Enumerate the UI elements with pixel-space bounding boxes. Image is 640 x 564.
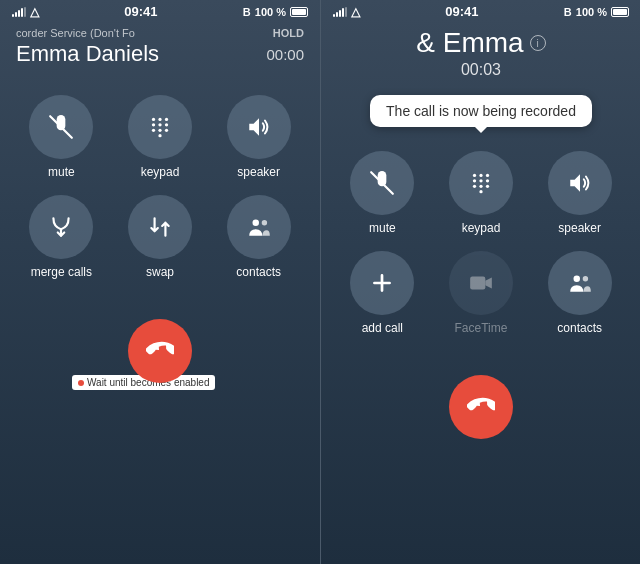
right-keypad-icon [468,170,494,196]
add-call-circle [350,251,414,315]
left-status-left: △ [12,5,39,19]
svg-point-19 [473,185,476,188]
add-call-button[interactable]: add call [341,251,424,335]
contacts-icon [246,214,272,240]
right-end-button[interactable] [449,375,513,439]
right-signal-icon [333,7,347,17]
right-end-call-area [321,375,640,439]
end-call-icon [146,337,174,365]
speaker-label: speaker [237,165,280,179]
facetime-button: FaceTime [440,251,523,335]
svg-point-22 [479,190,482,193]
active-call-name: Emma Daniels [16,41,159,67]
svg-point-16 [473,179,476,182]
left-end-call-area [0,319,320,383]
recording-text: The call is now being recorded [386,103,576,119]
signal-icon [12,7,26,17]
right-call-info: & Emma i 00:03 [321,23,640,83]
svg-point-7 [158,129,161,132]
svg-rect-24 [470,277,485,290]
left-end-button[interactable] [128,319,192,383]
keypad-button[interactable]: keypad [119,95,202,179]
contacts-button[interactable]: contacts [217,195,300,279]
speaker-circle [227,95,291,159]
right-speaker-label: speaker [558,221,601,235]
hold-badge: HOLD [273,27,304,39]
left-status-bar: △ 09:41 B 100 % [0,0,320,23]
svg-point-14 [479,174,482,177]
right-call-timer: 00:03 [337,61,625,79]
facetime-circle [449,251,513,315]
merge-icon [48,214,74,240]
left-status-right: B 100 % [243,6,308,18]
right-battery-icon [611,7,629,17]
right-end-call-icon [467,393,495,421]
right-phone-screen: △ 09:41 B 100 % & Emma i 00:03 The call … [321,0,640,564]
svg-point-6 [152,129,155,132]
mute-icon [48,114,74,140]
left-call-info: corder Service (Don't Fo HOLD Emma Danie… [0,23,320,75]
left-phone-screen: △ 09:41 B 100 % corder Service (Don't Fo… [0,0,320,564]
speaker-button[interactable]: speaker [217,95,300,179]
bluetooth-icon: B [243,6,251,18]
svg-point-18 [486,179,489,182]
add-call-label: add call [362,321,403,335]
left-buttons-grid: mute keypad [0,75,320,279]
swap-label: swap [146,265,174,279]
svg-point-25 [573,275,580,282]
battery-icon [290,7,308,17]
right-mute-circle [350,151,414,215]
right-mute-button[interactable]: mute [341,151,424,235]
facetime-label: FaceTime [455,321,508,335]
right-mute-icon [369,170,395,196]
svg-point-11 [252,219,259,226]
keypad-icon [147,114,173,140]
contacts-label-left: contacts [236,265,281,279]
merge-circle [29,195,93,259]
right-mute-label: mute [369,221,396,235]
right-keypad-button[interactable]: keypad [440,151,523,235]
svg-point-0 [152,118,155,121]
svg-point-5 [165,123,168,126]
right-battery-pct: 100 % [576,6,607,18]
mute-label: mute [48,165,75,179]
right-active-name: & Emma i [337,27,625,59]
keypad-circle [128,95,192,159]
svg-point-13 [473,174,476,177]
svg-point-20 [479,185,482,188]
mute-button[interactable]: mute [20,95,103,179]
right-status-right: B 100 % [564,6,629,18]
svg-marker-10 [249,118,259,135]
facetime-icon [468,270,494,296]
battery-pct: 100 % [255,6,286,18]
merge-label: merge calls [31,265,92,279]
add-call-icon [369,270,395,296]
svg-point-1 [158,118,161,121]
recording-toast: The call is now being recorded [370,95,592,127]
right-status-bar: △ 09:41 B 100 % [321,0,640,23]
right-contacts-label: contacts [557,321,602,335]
merge-button[interactable]: merge calls Wait until becomes enabled [20,195,103,279]
right-contacts-button[interactable]: contacts [538,251,621,335]
right-contacts-circle [548,251,612,315]
right-contacts-icon [567,270,593,296]
contacts-circle [227,195,291,259]
swap-circle [128,195,192,259]
active-call-row: Emma Daniels 00:00 [16,41,304,67]
svg-point-2 [165,118,168,121]
swap-button[interactable]: swap [119,195,202,279]
svg-marker-23 [570,174,580,191]
hold-call-name: corder Service (Don't Fo [16,27,135,39]
wifi-icon: △ [30,5,39,19]
svg-point-21 [486,185,489,188]
right-wifi-icon: △ [351,5,360,19]
hold-row: corder Service (Don't Fo HOLD [16,27,304,39]
svg-point-9 [158,134,161,137]
right-speaker-circle [548,151,612,215]
right-clock: 09:41 [445,4,478,19]
svg-point-26 [582,276,587,281]
call-timer: 00:00 [266,46,304,63]
info-icon[interactable]: i [530,35,546,51]
svg-point-17 [479,179,482,182]
right-speaker-button[interactable]: speaker [538,151,621,235]
